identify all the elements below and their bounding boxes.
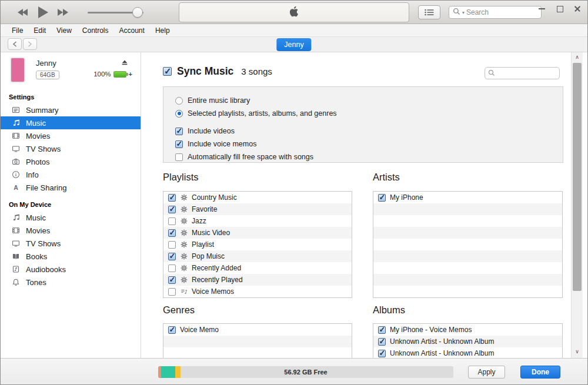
- checkbox-option-automatically-fill-free-space-with-songs[interactable]: Automatically fill free space with songs: [175, 150, 563, 163]
- checkbox-option-include-voice-memos[interactable]: Include voice memos: [175, 138, 563, 150]
- lcd-display: [179, 2, 409, 22]
- sidebar-item-tv-shows[interactable]: TV Shows: [1, 237, 141, 250]
- list-item-music-video[interactable]: Music Video: [163, 227, 352, 239]
- movies-icon: [11, 226, 20, 235]
- scroll-up-icon[interactable]: ∧: [572, 54, 583, 60]
- menu-item-account[interactable]: Account: [114, 24, 150, 37]
- list-item-jazz[interactable]: Jazz: [163, 215, 352, 227]
- radio-icon[interactable]: [175, 110, 183, 118]
- checkbox-icon[interactable]: [175, 128, 183, 135]
- search-icon: [488, 68, 495, 79]
- list-item-playlist[interactable]: Playlist: [163, 239, 352, 250]
- eject-button[interactable]: [121, 58, 129, 69]
- list-item-my-iphone-voice-memos[interactable]: My iPhone - Voice Memos: [373, 324, 562, 336]
- albums-list: My iPhone - Voice Memos Unknown Artist -…: [373, 323, 563, 358]
- playlists-heading: Playlists: [163, 172, 199, 183]
- row-checkbox[interactable]: [378, 350, 386, 357]
- sync-source-radios: Entire music library Selected playlists,…: [175, 94, 563, 120]
- checkbox-icon[interactable]: [175, 153, 183, 161]
- list-item-unknown-artist-unknown-album[interactable]: Unknown Artist - Unknown Album: [373, 347, 562, 358]
- row-checkbox[interactable]: [168, 265, 176, 272]
- menu-item-controls[interactable]: Controls: [77, 24, 114, 37]
- row-checkbox[interactable]: [378, 326, 386, 334]
- volume-knob[interactable]: [132, 7, 143, 18]
- gear-icon: [180, 253, 188, 260]
- sidebar-section-on-my-device: On My Device: [1, 194, 141, 211]
- sidebar-item-books[interactable]: Books: [1, 250, 141, 263]
- row-checkbox[interactable]: [378, 194, 386, 202]
- sidebar-item-music[interactable]: Music: [1, 116, 141, 129]
- apply-button[interactable]: Apply: [468, 366, 505, 379]
- device-tab-jenny[interactable]: Jenny: [276, 38, 311, 51]
- menu-item-file[interactable]: File: [6, 24, 28, 37]
- sidebar-item-info[interactable]: Info: [1, 168, 141, 181]
- row-checkbox[interactable]: [168, 229, 176, 237]
- music-icon: [11, 213, 20, 222]
- volume-slider[interactable]: [88, 1, 146, 24]
- forward-button[interactable]: [23, 38, 37, 50]
- list-item-recently-added[interactable]: Recently Added: [163, 262, 352, 274]
- fast-forward-button[interactable]: [57, 8, 69, 16]
- list-item-my-iphone[interactable]: My iPhone: [373, 192, 562, 203]
- sidebar-item-music[interactable]: Music: [1, 211, 141, 224]
- tv-icon: [11, 239, 20, 248]
- menu-item-view[interactable]: View: [51, 24, 77, 37]
- list-item-unknown-artist-unknown-album[interactable]: Unknown Artist - Unknown Album: [373, 336, 562, 347]
- scroll-down-icon[interactable]: ∨: [572, 349, 583, 354]
- radio-option-entire-music-library[interactable]: Entire music library: [175, 94, 563, 107]
- radio-option-selected-playlists-artists-albums-and-genres[interactable]: Selected playlists, artists, albums, and…: [175, 107, 563, 120]
- tv-icon: [11, 145, 20, 153]
- sidebar-item-summary[interactable]: Summary: [1, 103, 141, 116]
- sidebar-item-photos[interactable]: Photos: [1, 155, 141, 168]
- checkbox-icon[interactable]: [175, 140, 183, 148]
- vertical-scrollbar[interactable]: ∧ ∨: [571, 52, 583, 358]
- sync-music-checkbox[interactable]: [163, 67, 172, 76]
- content-search-input[interactable]: [497, 69, 554, 78]
- sidebar-item-movies[interactable]: Movies: [1, 224, 141, 237]
- checkbox-option-include-videos[interactable]: Include videos: [175, 125, 563, 138]
- row-checkbox[interactable]: [168, 288, 176, 296]
- play-button[interactable]: [37, 6, 49, 19]
- list-item-pop-muisc[interactable]: Pop Muisc: [163, 250, 352, 262]
- rewind-button[interactable]: [17, 8, 29, 16]
- sidebar-item-file-sharing[interactable]: A File Sharing: [1, 181, 141, 194]
- minimize-icon[interactable]: [538, 4, 546, 12]
- row-checkbox[interactable]: [168, 241, 176, 249]
- list-item-recently-played[interactable]: Recently Played: [163, 274, 352, 286]
- scrollbar-thumb[interactable]: [573, 63, 582, 291]
- row-checkbox[interactable]: [168, 217, 176, 225]
- menu-item-edit[interactable]: Edit: [28, 24, 51, 37]
- toolbar-search-input[interactable]: [466, 8, 531, 16]
- row-checkbox[interactable]: [168, 206, 176, 213]
- menu-item-help[interactable]: Help: [150, 24, 175, 37]
- tones-icon: [11, 278, 20, 287]
- content-search[interactable]: [485, 67, 560, 79]
- list-item-favorite[interactable]: Favorite: [163, 203, 352, 215]
- row-checkbox[interactable]: [378, 338, 386, 346]
- list-item-voice-memo[interactable]: Voice Memo: [163, 324, 352, 336]
- row-checkbox[interactable]: [168, 326, 176, 334]
- radio-icon[interactable]: [175, 97, 183, 105]
- list-view-button[interactable]: [418, 5, 440, 19]
- menu-bar: FileEditViewControlsAccountHelp: [1, 24, 587, 37]
- done-button[interactable]: Done: [520, 366, 560, 379]
- sidebar-item-movies[interactable]: Movies: [1, 129, 141, 142]
- close-icon[interactable]: [573, 4, 582, 12]
- back-button[interactable]: [8, 38, 22, 50]
- charging-icon: +: [129, 71, 132, 78]
- row-checkbox[interactable]: [168, 194, 176, 202]
- sidebar-item-tones[interactable]: Tones: [1, 276, 141, 289]
- list-item-country-music[interactable]: Country Music: [163, 192, 352, 203]
- playlists-list: Country Music Favorite Jazz Music Video …: [163, 191, 352, 298]
- row-checkbox[interactable]: [168, 253, 176, 260]
- artists-list: My iPhone: [373, 191, 563, 298]
- list-item-voice-memos[interactable]: Voice Memos: [163, 286, 352, 297]
- row-checkbox[interactable]: [168, 276, 176, 284]
- sidebar-item-audiobooks[interactable]: Audiobooks: [1, 263, 141, 276]
- sync-options-panel: Entire music library Selected playlists,…: [163, 86, 563, 163]
- gear-icon: [180, 217, 188, 225]
- maximize-icon[interactable]: [556, 4, 564, 12]
- device-thumbnail: [10, 57, 25, 83]
- sidebar-item-tv-shows[interactable]: TV Shows: [1, 142, 141, 155]
- toolbar-search[interactable]: ▾: [449, 6, 542, 19]
